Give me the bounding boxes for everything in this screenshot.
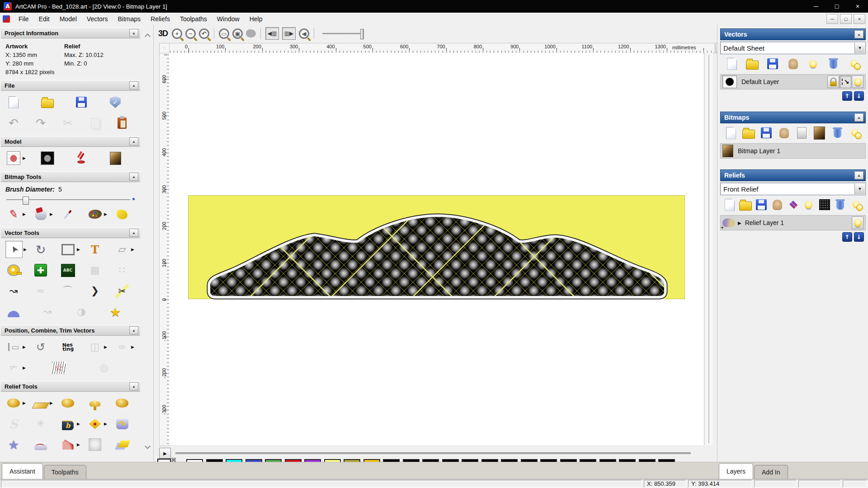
combine-vectors-flyout-icon[interactable]: ▶ bbox=[104, 345, 107, 349]
create-rectangle-flyout-icon[interactable]: ▶ bbox=[77, 247, 80, 252]
open-relief-layer-icon[interactable] bbox=[738, 197, 754, 212]
zoom-out-icon[interactable]: − bbox=[185, 28, 196, 39]
canvas-horizontal-scrollbar[interactable] bbox=[175, 452, 691, 454]
open-bitmap-layer-icon[interactable] bbox=[740, 126, 757, 140]
save-bitmap-layer-icon[interactable] bbox=[758, 126, 775, 140]
rollup-file-button[interactable]: ▲ bbox=[129, 81, 138, 89]
relief-combine-icon[interactable]: ◆ bbox=[87, 416, 103, 432]
toggle-relief-visibility-icon[interactable] bbox=[801, 197, 816, 212]
undo-icon[interactable]: ↶ bbox=[5, 115, 22, 131]
relief-library-flyout-icon[interactable]: ▶ bbox=[77, 422, 80, 426]
toggle-layers-page-button[interactable]: ▥▶ bbox=[282, 27, 296, 40]
section-model[interactable]: Model ▲ bbox=[1, 136, 140, 147]
tab-add-in[interactable]: Add In bbox=[754, 465, 788, 479]
copy-icon[interactable] bbox=[87, 115, 103, 131]
smooth-relief-icon[interactable] bbox=[60, 395, 76, 411]
section-relief-tools[interactable]: Relief Tools ▲ bbox=[1, 381, 140, 392]
section-bitmap-tools[interactable]: Bitmap Tools ▲ bbox=[1, 171, 140, 182]
panel-scroll-down-icon[interactable] bbox=[145, 443, 151, 448]
vector-layer-colour-swatch[interactable] bbox=[722, 75, 737, 88]
vectors-header[interactable]: Vectors ▲ bbox=[720, 28, 866, 40]
maximize-button[interactable]: □ bbox=[826, 0, 847, 13]
flood-fill-flyout-icon[interactable]: ▶ bbox=[50, 212, 53, 216]
toggle-vector-visibility-icon[interactable] bbox=[803, 56, 823, 71]
model-options-icon[interactable]: ✓ bbox=[107, 94, 123, 110]
smooth-polyline-icon[interactable]: ↝ bbox=[39, 304, 56, 320]
weld-vectors-flyout-icon[interactable]: ▶ bbox=[131, 345, 134, 349]
vector-layer-row[interactable]: Default Layer ↘ bbox=[720, 74, 866, 89]
cut-icon[interactable]: ✂ bbox=[60, 115, 76, 131]
panel-scroll-up-icon[interactable] bbox=[145, 33, 151, 38]
reliefs-header[interactable]: Reliefs ▲ bbox=[720, 169, 866, 181]
rollup-reliefs-button[interactable]: ▲ bbox=[854, 171, 863, 179]
section-file[interactable]: File ▲ bbox=[1, 80, 140, 91]
mdi-close-button[interactable]: × bbox=[854, 14, 865, 24]
bitmaps-header[interactable]: Bitmaps ▲ bbox=[720, 112, 866, 123]
extrude-relief-icon[interactable] bbox=[5, 457, 22, 462]
ruler-origin-button[interactable]: ∷ bbox=[159, 43, 170, 53]
create-arc-icon[interactable]: ⌒ bbox=[60, 283, 76, 299]
close-button[interactable]: × bbox=[847, 0, 868, 13]
menu-file[interactable]: File bbox=[14, 14, 34, 24]
menu-help[interactable]: Help bbox=[245, 14, 268, 24]
show-all-vector-layers-icon[interactable] bbox=[844, 56, 864, 71]
move-layer-up-button[interactable]: ↑ bbox=[842, 91, 852, 101]
menu-edit[interactable]: Edit bbox=[34, 14, 55, 24]
brush-diameter-slider[interactable] bbox=[6, 197, 135, 203]
measure-icon[interactable] bbox=[5, 262, 22, 278]
create-star-icon[interactable]: ★ bbox=[107, 304, 123, 320]
rollup-project-button[interactable]: ▲ bbox=[129, 29, 138, 37]
rollup-bitmaps-button[interactable]: ▲ bbox=[854, 113, 863, 122]
new-model-icon[interactable] bbox=[5, 94, 22, 110]
zoom-slider-handle[interactable] bbox=[360, 29, 364, 39]
turn-relief-flyout-icon[interactable]: ▶ bbox=[77, 442, 80, 447]
merge-bitmap-layers-icon[interactable] bbox=[775, 126, 793, 140]
set-model-size-icon[interactable] bbox=[5, 150, 22, 166]
section-position-combine-trim[interactable]: Position, Combine, Trim Vectors ▲ bbox=[1, 325, 140, 336]
distort-grid-icon[interactable]: ▦ bbox=[87, 262, 103, 278]
create-text-icon[interactable]: T bbox=[87, 241, 103, 258]
drawing-canvas[interactable] bbox=[169, 53, 703, 445]
create-dome-icon[interactable] bbox=[5, 304, 22, 320]
relief-library-icon[interactable]: b bbox=[60, 416, 76, 432]
weld-vectors-icon[interactable]: ∞ bbox=[114, 339, 130, 355]
rollup-relief-tools-button[interactable]: ▲ bbox=[129, 382, 138, 390]
align-vectors-icon[interactable]: ▭ bbox=[5, 339, 22, 355]
basket-weave-icon[interactable] bbox=[33, 457, 49, 462]
menu-reliefs[interactable]: Reliefs bbox=[146, 14, 175, 24]
menu-window[interactable]: Window bbox=[212, 14, 245, 24]
relief-stack-icon[interactable]: ❖ bbox=[785, 197, 801, 212]
transform-vectors-icon[interactable]: ↻ bbox=[33, 241, 49, 258]
lock-layer-button[interactable] bbox=[827, 75, 839, 88]
merge-relief-layers-icon[interactable] bbox=[769, 197, 785, 212]
new-vector-layer-icon[interactable] bbox=[722, 56, 742, 71]
show-all-bitmap-layers-icon[interactable] bbox=[846, 126, 864, 140]
two-rail-sweep-icon[interactable] bbox=[33, 436, 49, 453]
paint-flyout-icon[interactable]: ▶ bbox=[23, 212, 26, 216]
select-vectors-flyout-icon[interactable]: ▶ bbox=[24, 247, 27, 252]
envelope-distort-icon[interactable]: ▱ bbox=[114, 241, 130, 258]
move-relief-up-button[interactable]: ↑ bbox=[842, 232, 852, 242]
zoom-in-icon[interactable]: + bbox=[172, 28, 182, 39]
paint-icon[interactable]: ✎ bbox=[5, 206, 22, 222]
delete-relief-layer-icon[interactable] bbox=[832, 197, 848, 212]
greyscale-from-model-icon[interactable] bbox=[107, 150, 123, 166]
weave-wizard-icon[interactable]: ✳ bbox=[33, 416, 49, 432]
delete-vector-layer-icon[interactable] bbox=[823, 56, 844, 71]
light-material-icon[interactable] bbox=[73, 150, 90, 166]
scale-relief-height-icon[interactable] bbox=[87, 395, 103, 411]
save-relief-layer-icon[interactable] bbox=[754, 197, 769, 212]
relief-texture-icon[interactable] bbox=[816, 197, 832, 212]
block-paste-icon[interactable]: ∷ bbox=[114, 262, 130, 278]
vector-texture-icon[interactable]: ☆ bbox=[51, 360, 67, 376]
turn-relief-icon[interactable] bbox=[60, 436, 76, 453]
free-sketch-icon[interactable]: ≈ bbox=[33, 283, 49, 299]
invert-relief-icon[interactable] bbox=[114, 395, 130, 411]
face-wizard-icon[interactable] bbox=[87, 436, 103, 453]
minimize-button[interactable]: ─ bbox=[806, 0, 826, 13]
flood-fill-icon[interactable] bbox=[33, 206, 49, 222]
section-project-information[interactable]: Project Information ▲ bbox=[1, 28, 140, 38]
clear-bitmap-layer-icon[interactable] bbox=[793, 126, 811, 140]
zoom-fit-icon[interactable]: ▭ bbox=[219, 28, 229, 39]
text-in-a-box-icon[interactable]: ABC bbox=[60, 262, 76, 278]
